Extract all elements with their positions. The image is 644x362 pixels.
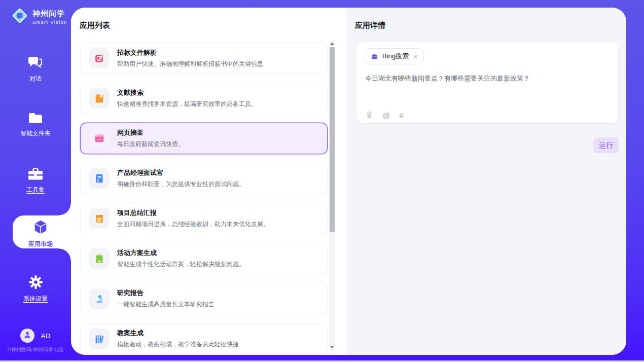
list-scrollbar[interactable] [329, 41, 335, 350]
query-input-text[interactable]: 今日湖北有哪些新闻要点？有哪些需要关注的最新政策？ [365, 74, 609, 83]
sidebar-item-label: 对话 [0, 75, 71, 83]
brand-logo: 神州问学 Smart Vision [11, 7, 67, 27]
brand-name: 神州问学 [32, 9, 67, 19]
book-icon [89, 88, 110, 108]
microscope-icon [89, 288, 110, 309]
app-card-title: 教案生成 [117, 329, 239, 338]
bubble-fillet-top [59, 203, 71, 215]
app-card-title: 招标文件解析 [117, 48, 263, 57]
sidebar-item-smart-folder[interactable]: 智能文件夹 [0, 111, 71, 138]
cube-icon [32, 228, 49, 237]
user-initials: AD [41, 332, 50, 340]
scroll-down-arrow[interactable] [329, 344, 335, 350]
composer-toolbar: @ # [365, 111, 404, 120]
sidebar-item-app-market[interactable]: 应用市场 [5, 219, 76, 248]
toolbox-icon [27, 174, 44, 183]
hash-icon[interactable]: # [399, 111, 403, 120]
chat-icon [27, 63, 44, 71]
app-card-literature-search[interactable]: 文献搜索 快速精准查找学术资源，提高研究效率的必备工具。 [80, 83, 328, 114]
app-card-web-summary[interactable]: </> 网页摘要 每日政府新闻资讯快查。 [80, 123, 328, 154]
brand-subtitle: Smart Vision [32, 20, 67, 25]
browser-code-icon: </> [89, 128, 110, 149]
notepad-icon [89, 208, 110, 229]
app-card-desc: 全面回顾项目进展，总结经验教训，助力未来优化发展。 [117, 220, 269, 229]
app-card-desc: 帮助用户快速、准确地理解和解析招标书中的关键信息 [117, 60, 263, 68]
app-detail-title: 应用详情 [355, 21, 385, 30]
sidebar-item-toolset[interactable]: 工具集 [0, 166, 71, 194]
diamond-logo-icon [11, 7, 29, 27]
sidebar-item-settings[interactable]: 系统设置 [0, 274, 71, 303]
app-card-lesson-plan[interactable]: 教案生成 模板驱动，教案秒成，教学准备从此轻松快捷 [80, 323, 328, 354]
app-detail-section: 应用详情 Bing搜索 × 今日湖北有哪些新闻要点？有哪些需要关注的最新政策？ [346, 8, 626, 355]
tag-close-icon[interactable]: × [414, 53, 418, 60]
tool-tag-bing-search[interactable]: Bing搜索 × [365, 48, 424, 64]
briefcase-icon [371, 53, 378, 60]
books-icon [89, 329, 110, 349]
app-card-title: 活动方案生成 [117, 248, 245, 258]
sidebar-item-label: 系统设置 [0, 295, 71, 303]
bubble-fillet-bottom [59, 248, 71, 261]
app-list-title: 应用列表 [80, 21, 110, 30]
person-icon [23, 330, 32, 341]
main-panel: 应用列表 招标文件解析 帮助用户快速、准确地理解和解析招标书中的关键信息 [71, 8, 626, 355]
avatar [20, 329, 34, 343]
app-card-desc: 每日政府新闻资讯快查。 [117, 140, 184, 149]
gear-icon [28, 283, 44, 292]
app-card-project-summary[interactable]: 项目总结汇报 全面回顾项目进展，总结经验教训，助力未来优化发展。 [80, 203, 328, 234]
app-list-section: 应用列表 招标文件解析 帮助用户快速、准确地理解和解析招标书中的关键信息 [71, 8, 346, 355]
app-card-title: 文献搜索 [117, 88, 257, 97]
clipboard-check-icon [89, 248, 110, 269]
sidebar-item-label: 智能文件夹 [0, 129, 71, 138]
app-card-event-plan[interactable]: 活动方案生成 智能生成个性化活动方案，轻松解决规划难题。 [80, 243, 328, 274]
user-account[interactable]: AD [0, 328, 71, 344]
folder-icon [27, 118, 44, 126]
sidebar-footer: ©神州数码·神州问学出品 [0, 346, 71, 353]
run-button[interactable]: 运行 [593, 137, 619, 153]
code-glyph: </> [97, 137, 102, 141]
app-list: 招标文件解析 帮助用户快速、准确地理解和解析招标书中的关键信息 文献搜索 快速精… [80, 43, 328, 355]
app-card-desc: 一键智能生成高质量长文本研究报告 [117, 300, 214, 309]
prompt-editor-card[interactable]: Bing搜索 × 今日湖北有哪些新闻要点？有哪些需要关注的最新政策？ @ # [356, 42, 619, 124]
pen-document-icon [89, 48, 110, 68]
scroll-up-arrow[interactable] [329, 41, 335, 47]
app-card-desc: 模板驱动，教案秒成，教学准备从此轻松快捷 [117, 340, 239, 349]
app-card-pm-interviewer[interactable]: 产品经理面试官 明确身份和职责，为您提供专业性的面试问题。 [80, 163, 328, 194]
app-card-title: 研究报告 [117, 288, 214, 298]
app-window: 神州问学 Smart Vision 对话 智能文件夹 [0, 0, 644, 362]
app-card-bid-analysis[interactable]: 招标文件解析 帮助用户快速、准确地理解和解析招标书中的关键信息 [80, 43, 328, 74]
app-card-research-report[interactable]: 研究报告 一键智能生成高质量长文本研究报告 [80, 283, 328, 314]
app-card-desc: 快速精准查找学术资源，提高研究效率的必备工具。 [117, 100, 257, 108]
app-card-title: 项目总结汇报 [117, 208, 269, 218]
scrollbar-thumb[interactable] [330, 47, 335, 232]
app-card-title: 产品经理面试官 [117, 168, 245, 177]
tool-tag-label: Bing搜索 [382, 52, 409, 61]
paperclip-icon[interactable] [365, 111, 373, 120]
sidebar-item-label: 工具集 [0, 186, 71, 194]
sidebar-item-label: 应用市场 [5, 240, 76, 248]
app-card-desc: 明确身份和职责，为您提供专业性的面试问题。 [117, 180, 245, 189]
app-card-title: 网页摘要 [117, 128, 184, 137]
app-card-desc: 智能生成个性化活动方案，轻松解决规划难题。 [117, 260, 245, 269]
sidebar-item-chat[interactable]: 对话 [0, 55, 71, 83]
at-icon[interactable]: @ [382, 111, 390, 120]
resume-icon [89, 168, 110, 189]
